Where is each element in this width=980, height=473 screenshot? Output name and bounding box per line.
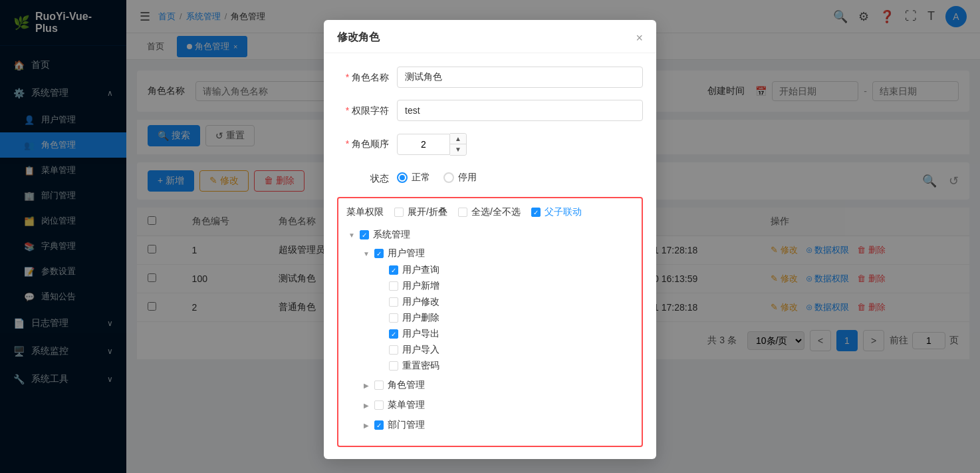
- tree-leaf-user-delete: 用户删除: [376, 310, 634, 326]
- status-normal-label: 正常: [412, 172, 430, 184]
- link-cb: ✓: [531, 208, 541, 217]
- tree-toggle-menu[interactable]: ▶: [361, 400, 372, 410]
- cb-user-add[interactable]: 用户新增: [389, 280, 439, 292]
- tree-node-post-row: ▶ 岗位管理: [361, 436, 634, 438]
- spinner-up-button[interactable]: ▲: [450, 134, 466, 144]
- radio-circle-disabled: [443, 172, 454, 183]
- tree-leaf-user-import: 用户导入: [376, 342, 634, 358]
- tree-node-role: ▶ 角色管理: [361, 375, 634, 395]
- role-order-input[interactable]: [397, 134, 450, 155]
- select-all-checkbox-perm[interactable]: 全选/全不选: [458, 206, 521, 218]
- form-row-perm-char: * 权限字符: [337, 100, 643, 121]
- expand-cb: [394, 208, 404, 217]
- modal-overlay: 修改角色 × * 角色名称 * 权限字符: [0, 0, 980, 473]
- perm-section: 菜单权限 展开/折叠 全选/全不选 ✓ 父子联动: [337, 197, 643, 447]
- tree-node-system-row: ▼ ✓ 系统管理: [346, 226, 634, 243]
- dialog-body: * 角色名称 * 权限字符 *: [324, 53, 656, 459]
- dialog-header: 修改角色 ×: [324, 20, 656, 53]
- tree-children-user: ✓ 用户查询 用户新增: [361, 262, 634, 374]
- form-row-role-name: * 角色名称: [337, 67, 643, 88]
- form-row-status: 状态 正常 停用: [337, 168, 643, 185]
- tree-node-post: ▶ 岗位管理: [361, 435, 634, 438]
- required-mark: *: [346, 72, 349, 82]
- tree-cb-dept[interactable]: ✓ 部门管理: [374, 419, 425, 431]
- link-checkbox[interactable]: ✓ 父子联动: [531, 206, 582, 218]
- tree-toggle-user[interactable]: ▼: [361, 248, 372, 259]
- tree-node-user: ▼ ✓ 用户管理: [361, 243, 634, 375]
- label-reset-pwd: 重置密码: [402, 360, 439, 372]
- tree-label-menu: 菜单管理: [388, 399, 425, 411]
- tree-leaf-reset-pwd: 重置密码: [376, 358, 634, 374]
- tree-toggle-role[interactable]: ▶: [361, 380, 372, 391]
- cb-user-export-box: ✓: [389, 329, 398, 339]
- cb-user-export[interactable]: ✓ 用户导出: [389, 328, 439, 340]
- status-label: 状态: [337, 168, 397, 185]
- tree-children-system: ▼ ✓ 用户管理: [346, 243, 634, 438]
- perm-char-input[interactable]: [397, 100, 643, 121]
- cb-menu: [374, 400, 384, 410]
- role-name-input[interactable]: [397, 67, 643, 88]
- status-control: 正常 停用: [397, 168, 643, 184]
- label-user-export: 用户导出: [402, 328, 439, 340]
- label-user-add: 用户新增: [402, 280, 439, 292]
- tree-toggle-system[interactable]: ▼: [346, 230, 357, 240]
- cb-user: ✓: [374, 249, 384, 258]
- tree-label-user: 用户管理: [388, 247, 425, 259]
- tree-node-user-row: ▼ ✓ 用户管理: [361, 245, 634, 262]
- tree-leaf-user-add: 用户新增: [376, 278, 634, 294]
- status-disabled-label: 停用: [458, 172, 477, 184]
- label-user-delete: 用户删除: [402, 312, 439, 324]
- radio-inner-normal: [400, 175, 405, 180]
- cb-user-edit-box: [389, 297, 398, 307]
- cb-user-import-box: [389, 345, 398, 355]
- cb-user-query[interactable]: ✓ 用户查询: [389, 264, 439, 276]
- spinner-buttons: ▲ ▼: [450, 133, 467, 156]
- tree-label-dept: 部门管理: [388, 419, 425, 431]
- tree-cb-user[interactable]: ✓ 用户管理: [374, 247, 425, 259]
- expand-label: 展开/折叠: [408, 206, 447, 218]
- cb-dept: ✓: [374, 420, 384, 430]
- required-mark: *: [346, 138, 349, 149]
- perm-section-label: 菜单权限: [346, 206, 384, 218]
- tree-label-system: 系统管理: [373, 229, 410, 241]
- role-order-label: * 角色顺序: [337, 133, 397, 150]
- cb-user-edit[interactable]: 用户修改: [389, 296, 439, 308]
- tree-cb-menu[interactable]: 菜单管理: [374, 399, 425, 411]
- perm-char-control: [397, 100, 643, 121]
- tree-node-menu-row: ▶ 菜单管理: [361, 396, 634, 414]
- tree-cb-system[interactable]: ✓ 系统管理: [360, 229, 410, 241]
- label-user-edit: 用户修改: [402, 296, 439, 308]
- label-user-query: 用户查询: [402, 264, 439, 276]
- dialog-close-button[interactable]: ×: [636, 32, 643, 44]
- tree-toggle-dept[interactable]: ▶: [361, 420, 372, 430]
- tree-leaf-user-query: ✓ 用户查询: [376, 262, 634, 278]
- role-name-label: * 角色名称: [337, 67, 397, 84]
- status-disabled-radio[interactable]: 停用: [443, 172, 477, 184]
- cb-user-import[interactable]: 用户导入: [389, 344, 439, 356]
- tree-node-dept-row: ▶ ✓ 部门管理: [361, 416, 634, 434]
- tree-leaf-user-edit: 用户修改: [376, 294, 634, 310]
- cb-reset-pwd[interactable]: 重置密码: [389, 360, 439, 372]
- expand-collapse-checkbox[interactable]: 展开/折叠: [394, 206, 447, 218]
- spinner-down-button[interactable]: ▼: [450, 144, 466, 155]
- perm-char-label: * 权限字符: [337, 100, 397, 117]
- cb-role: [374, 381, 384, 390]
- cb-user-query-box: ✓: [389, 265, 398, 275]
- edit-role-dialog: 修改角色 × * 角色名称 * 权限字符: [324, 20, 656, 459]
- tree-node-role-row: ▶ 角色管理: [361, 377, 634, 394]
- tree-node-dept: ▶ ✓ 部门管理: [361, 415, 634, 435]
- select-all-label: 全选/全不选: [471, 206, 521, 218]
- cb-reset-pwd-box: [389, 361, 398, 371]
- tree-label-role: 角色管理: [388, 379, 425, 391]
- label-user-import: 用户导入: [402, 344, 439, 356]
- cb-user-delete[interactable]: 用户删除: [389, 312, 439, 324]
- cb-user-delete-box: [389, 313, 398, 323]
- status-radio-group: 正常 停用: [397, 168, 643, 184]
- role-order-spinner: ▲ ▼: [397, 133, 643, 156]
- cb-user-add-box: [389, 281, 398, 291]
- tree-cb-role[interactable]: 角色管理: [374, 379, 425, 391]
- role-name-control: [397, 67, 643, 88]
- role-order-control: ▲ ▼: [397, 133, 643, 156]
- status-normal-radio[interactable]: 正常: [397, 172, 430, 184]
- perm-tree: ▼ ✓ 系统管理 ▼: [346, 225, 634, 438]
